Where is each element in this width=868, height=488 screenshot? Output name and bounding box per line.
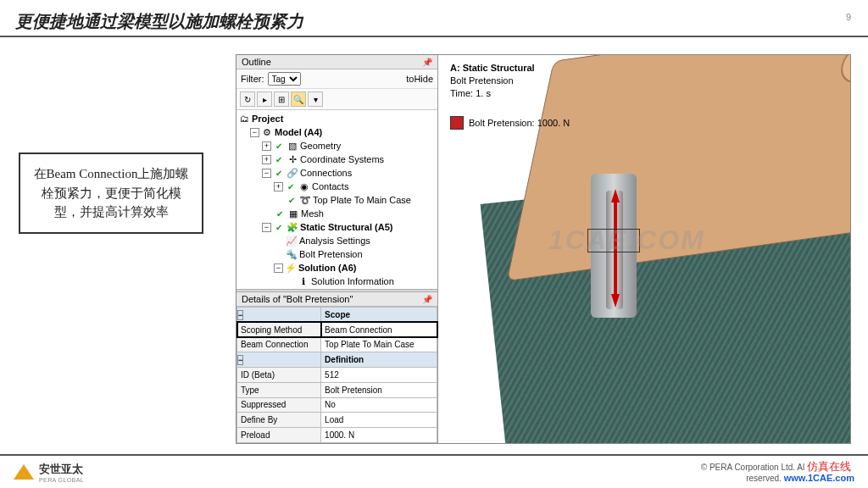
tree-label: Mesh (301, 208, 324, 219)
collapse-icon[interactable]: − (274, 263, 283, 273)
page-number: 9 (846, 12, 851, 22)
pin-icon[interactable]: 📌 (422, 295, 432, 304)
filter-row: Filter: Tag toHide (236, 69, 437, 89)
prop-value[interactable]: Beam Connection (321, 322, 437, 337)
load-arrow-down-icon (611, 294, 620, 308)
prop-value[interactable]: Top Plate To Main Case (321, 337, 437, 352)
geometry-icon: ▧ (287, 140, 298, 152)
collapse-icon[interactable]: ⊞ (274, 92, 289, 107)
contacts-icon: ◉ (298, 180, 310, 192)
tree-coord[interactable]: +✔✢Coordinate Systems (238, 152, 436, 166)
tree-model[interactable]: −⚙Model (A4) (238, 125, 436, 139)
tree-label: Connections (300, 168, 352, 178)
mesh-icon: ▦ (287, 208, 299, 219)
collapse-icon[interactable]: − (237, 355, 243, 365)
check-icon: ✔ (273, 153, 285, 165)
logo-icon (14, 464, 34, 480)
filter-label: Filter: (241, 74, 264, 84)
check-icon: ✔ (273, 221, 285, 233)
info-icon: ℹ (298, 275, 309, 287)
tree-solinfo[interactable]: ℹSolution Information (238, 274, 436, 288)
copy-line2: reserved. (746, 474, 782, 483)
outline-tree[interactable]: 🗂Project −⚙Model (A4) +✔▧Geometry +✔✢Coo… (236, 110, 437, 289)
vp-title: A: Static Structural (450, 62, 535, 75)
expand-icon[interactable]: + (274, 182, 283, 191)
prop-label: Define By (237, 413, 321, 428)
tool-icon[interactable]: ▾ (308, 92, 323, 107)
tree-topplate[interactable]: ✔➰Top Plate To Main Case (238, 193, 436, 207)
legend-label: Bolt Pretension: 1000. N (469, 118, 570, 128)
tree-project[interactable]: 🗂Project (238, 112, 436, 125)
tree-label: Top Plate To Main Case (313, 195, 411, 205)
tree-label: Model (A4) (275, 127, 322, 137)
tree-label: Geometry (300, 141, 341, 151)
details-panel: Details of "Bolt Pretension" 📌 −Scope Sc… (236, 292, 437, 443)
tree-mesh[interactable]: ✔▦Mesh (238, 207, 436, 220)
expand-icon[interactable]: ▸ (257, 92, 272, 107)
prop-value[interactable]: Bolt Pretension (321, 382, 437, 397)
ansys-workspace: Outline 📌 Filter: Tag toHide ↻ ▸ ⊞ 🔍 ▾ 🗂… (236, 54, 851, 444)
graphics-viewport[interactable]: A: Static Structural Bolt Pretension Tim… (438, 55, 850, 443)
expand-icon[interactable]: + (262, 155, 271, 164)
tree-label: Project (252, 114, 283, 124)
solution-icon: ⚡ (285, 262, 297, 274)
tree-label: Static Structural (A5) (300, 222, 392, 232)
tree-connections[interactable]: −✔🔗Connections (238, 166, 436, 180)
vp-sub2: Time: 1. s (450, 87, 535, 100)
prop-label: ID (Beta) (237, 368, 321, 383)
filter-text: toHide (406, 74, 433, 84)
prop-value[interactable]: No (321, 397, 437, 413)
legend: Bolt Pretension: 1000. N (450, 116, 570, 130)
site-url: www.1CAE.com (784, 473, 854, 483)
footer: 安世亚太 PERA GLOBAL © PERA Corporation Ltd.… (0, 454, 868, 488)
project-icon: 🗂 (238, 113, 250, 125)
group-scope: Scope (321, 308, 437, 323)
prop-value[interactable]: Load (321, 413, 437, 428)
refresh-icon[interactable]: ↻ (240, 92, 255, 107)
logo-text: 安世亚太 (39, 462, 84, 477)
static-icon: 🧩 (287, 221, 298, 233)
tree-contacts[interactable]: +✔◉Contacts (238, 180, 436, 193)
bolt-icon: 🔩 (286, 248, 298, 260)
prop-label: Suppressed (237, 397, 321, 413)
tree-static[interactable]: −✔🧩Static Structural (A5) (238, 220, 436, 234)
model-icon: ⚙ (261, 126, 273, 138)
connections-icon: 🔗 (287, 167, 298, 179)
tree-solution[interactable]: −⚡Solution (A6) (238, 261, 436, 274)
prop-label: Preload (237, 428, 321, 443)
check-icon: ✔ (273, 140, 285, 152)
tree-boltp[interactable]: 🔩Bolt Pretension (238, 247, 436, 261)
check-icon: ✔ (274, 208, 286, 219)
collapse-icon[interactable]: − (262, 223, 271, 232)
tree-label: Coordinate Systems (300, 154, 384, 164)
settings-icon: 📈 (286, 235, 298, 247)
logo-subtext: PERA GLOBAL (39, 477, 84, 483)
logo: 安世亚太 PERA GLOBAL (14, 462, 84, 483)
load-arrow-up-icon (611, 189, 620, 202)
tree-analysis[interactable]: 📈Analysis Settings (238, 234, 436, 247)
tree-label: Solution (A6) (298, 263, 356, 273)
prop-label: Type (237, 382, 321, 397)
pin-icon[interactable]: 📌 (422, 58, 432, 67)
prop-value[interactable]: 1000. N (321, 428, 437, 443)
beam-icon: ➰ (299, 194, 311, 206)
tree-label: Analysis Settings (299, 236, 370, 246)
outline-header: Outline 📌 (236, 55, 437, 69)
outline-toolbar: ↻ ▸ ⊞ 🔍 ▾ (236, 89, 437, 110)
collapse-icon[interactable]: − (262, 169, 271, 178)
details-table: −Scope Scoping MethodBeam Connection Bea… (236, 307, 437, 443)
check-icon: ✔ (286, 194, 298, 206)
search-icon[interactable]: 🔍 (291, 92, 306, 107)
collapse-icon[interactable]: − (237, 310, 243, 320)
outline-title: Outline (242, 57, 271, 67)
filter-select[interactable]: Tag (268, 72, 301, 86)
slide-title: 更便捷地通过梁模型以施加螺栓预紧力 (15, 10, 303, 33)
copyright: © PERA Corporation Ltd. Al 仿真在线 reserved… (701, 460, 854, 485)
legend-swatch (450, 116, 464, 130)
collapse-icon[interactable]: − (250, 128, 259, 137)
axis-icon: ✢ (287, 153, 298, 165)
expand-icon[interactable]: + (262, 141, 271, 151)
prop-value[interactable]: 512 (321, 368, 437, 383)
prop-label: Scoping Method (237, 322, 321, 337)
tree-geometry[interactable]: +✔▧Geometry (238, 139, 436, 152)
